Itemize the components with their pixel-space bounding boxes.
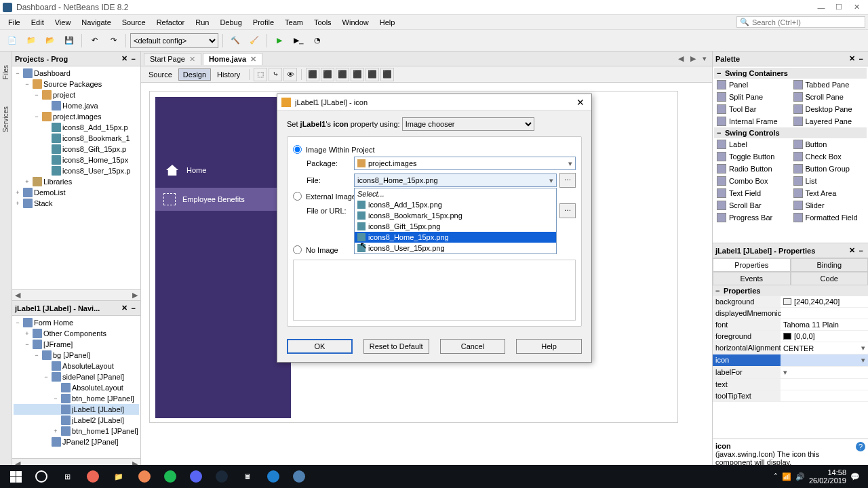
discord-icon[interactable] — [183, 466, 209, 487]
properties-list[interactable]: background[240,240,240]displayedMnemonic… — [713, 296, 868, 439]
undo-button[interactable]: ↶ — [86, 33, 102, 49]
cortana-icon[interactable] — [28, 466, 54, 487]
palette-item[interactable]: Panel — [714, 79, 791, 91]
radio-no-image[interactable] — [293, 245, 302, 254]
tree-node[interactable]: +DemoList — [14, 187, 139, 198]
help-icon[interactable]: ? — [856, 442, 865, 451]
align-middle-icon[interactable]: ⬛ — [366, 68, 379, 81]
menu-source[interactable]: Source — [117, 17, 151, 28]
taskbar-app[interactable] — [260, 466, 286, 487]
radio-image-within-project[interactable] — [293, 145, 302, 154]
projects-minimize-icon[interactable]: − — [130, 55, 138, 63]
view-source[interactable]: Source — [144, 68, 177, 81]
tree-node[interactable]: −btn_home [JPanel] — [14, 393, 139, 404]
tree-node[interactable]: Home.java — [14, 100, 139, 111]
btn-benefits[interactable]: Employee Benefits — [155, 188, 291, 211]
tree-node[interactable]: icons8_Home_15px — [14, 155, 139, 165]
minimize-button[interactable]: — — [812, 1, 830, 14]
dropdown-item[interactable]: icons8_Gift_15px.png — [355, 221, 556, 232]
palette[interactable]: −Swing ContainersPanelTabbed PaneSplit P… — [713, 66, 868, 243]
property-row[interactable]: icon▾ — [713, 354, 868, 367]
volume-icon[interactable]: 🔊 — [795, 472, 805, 481]
help-search[interactable]: 🔍 — [736, 16, 865, 28]
property-row[interactable]: fontTahoma 11 Plain — [713, 319, 868, 331]
properties-minimize-icon[interactable]: − — [857, 247, 865, 255]
palette-item[interactable]: Internal Frame — [714, 115, 791, 127]
palette-minimize-icon[interactable]: − — [857, 55, 865, 63]
reset-button[interactable]: Reset to Default — [363, 339, 429, 354]
palette-group[interactable]: −Swing Containers — [714, 68, 867, 79]
calculator-icon[interactable]: 🖩 — [235, 466, 260, 487]
align-left-icon[interactable]: ⬛ — [306, 68, 319, 81]
radio-external-image[interactable] — [293, 192, 302, 201]
new-project-button[interactable]: 📁 — [23, 33, 39, 49]
tree-node[interactable]: icons8_Gift_15px.p — [14, 144, 139, 155]
spotify-icon[interactable] — [157, 466, 183, 487]
properties-close-icon[interactable]: ✕ — [847, 246, 857, 255]
help-button[interactable]: Help — [516, 339, 582, 354]
tree-node[interactable]: +Libraries — [14, 176, 139, 187]
menu-team[interactable]: Team — [279, 17, 309, 28]
file-dropdown-list[interactable]: Select...icons8_Add_15px.pngicons8_Bookm… — [354, 188, 557, 254]
tree-node[interactable]: jLabel2 [JLabel] — [14, 415, 139, 426]
dropdown-item[interactable]: icons8_User_15px.png — [355, 243, 556, 253]
property-row[interactable]: toolTipText — [713, 390, 868, 402]
projects-tree[interactable]: −Dashboard−Source Packages−projectHome.j… — [12, 66, 140, 289]
profile-button[interactable]: ◔ — [309, 33, 326, 49]
palette-item[interactable]: Scroll Bar — [714, 199, 791, 211]
dialog-title-bar[interactable]: jLabel1 [JLabel] - icon ✕ — [277, 94, 591, 110]
build-button[interactable]: 🔨 — [227, 33, 243, 49]
align-top-icon[interactable]: ⬛ — [351, 68, 364, 81]
menu-profile[interactable]: Profile — [248, 17, 279, 28]
palette-item[interactable]: Progress Bar — [714, 211, 791, 224]
menu-debug[interactable]: Debug — [214, 17, 247, 28]
ok-button[interactable]: OK — [287, 339, 353, 354]
palette-item[interactable]: Label — [714, 138, 791, 150]
tree-node[interactable]: +Other Components — [14, 328, 139, 339]
tree-node[interactable]: icons8_Add_15px.p — [14, 122, 139, 133]
debug-button[interactable]: ▶⎯ — [290, 33, 307, 49]
tree-node[interactable]: −sidePanel [JPanel] — [14, 371, 139, 382]
steam-icon[interactable] — [209, 466, 235, 487]
tree-node[interactable]: −project — [14, 89, 139, 100]
dialog-close-icon[interactable]: ✕ — [574, 97, 587, 108]
palette-item[interactable]: Scroll Pane — [791, 91, 867, 103]
redo-button[interactable]: ↷ — [105, 33, 121, 49]
palette-item[interactable]: Slider — [791, 199, 867, 211]
palette-item[interactable]: Layered Pane — [791, 115, 867, 127]
tree-node[interactable]: +Stack — [14, 198, 139, 209]
palette-item[interactable]: Button — [791, 138, 867, 150]
browse-url-button[interactable]: … — [559, 203, 576, 218]
scroll-right-icon[interactable]: ▶ — [130, 291, 140, 300]
run-button[interactable]: ▶ — [271, 33, 288, 49]
navigator-tree[interactable]: −Form Home+Other Components−[JFrame]−bg … — [12, 316, 140, 458]
property-row[interactable]: background[240,240,240] — [713, 296, 868, 308]
property-row[interactable]: horizontalAlignmentCENTER▾ — [713, 342, 868, 354]
close-tab-icon[interactable]: ✕ — [250, 55, 256, 64]
tree-node[interactable]: −Source Packages — [14, 79, 139, 89]
palette-item[interactable]: Toggle Button — [714, 150, 791, 163]
tree-node[interactable]: +btn_home1 [JPanel] — [14, 426, 139, 436]
tab-list-icon[interactable]: ▾ — [700, 54, 709, 63]
palette-item[interactable]: Check Box — [791, 150, 867, 163]
tree-node[interactable]: icons8_Bookmark_1 — [14, 133, 139, 144]
tab-start-page[interactable]: Start Page ✕ — [144, 53, 201, 65]
close-tab-icon[interactable]: ✕ — [189, 55, 195, 64]
menu-file[interactable]: File — [3, 17, 26, 28]
props-tab-binding[interactable]: Binding — [791, 258, 869, 272]
tree-node[interactable]: jLabel1 [JLabel] — [14, 404, 139, 415]
maximize-button[interactable]: ☐ — [830, 1, 848, 14]
tray-chevron-icon[interactable]: ˄ — [774, 472, 778, 481]
cancel-button[interactable]: Cancel — [440, 339, 506, 354]
tab-services[interactable]: Services — [2, 106, 9, 132]
dropdown-item[interactable]: icons8_Home_15px.png — [355, 232, 556, 243]
help-search-input[interactable] — [752, 18, 862, 26]
tree-node[interactable]: −Form Home — [14, 317, 139, 328]
view-design[interactable]: Design — [178, 68, 211, 81]
props-tab-properties[interactable]: Properties — [713, 258, 791, 272]
new-file-button[interactable]: 📄 — [4, 33, 20, 49]
clean-build-button[interactable]: 🧹 — [246, 33, 262, 49]
palette-item[interactable]: Tabbed Pane — [791, 79, 867, 91]
tree-node[interactable]: JPanel2 [JPanel] — [14, 436, 139, 447]
align-bottom-icon[interactable]: ⬛ — [380, 68, 394, 81]
